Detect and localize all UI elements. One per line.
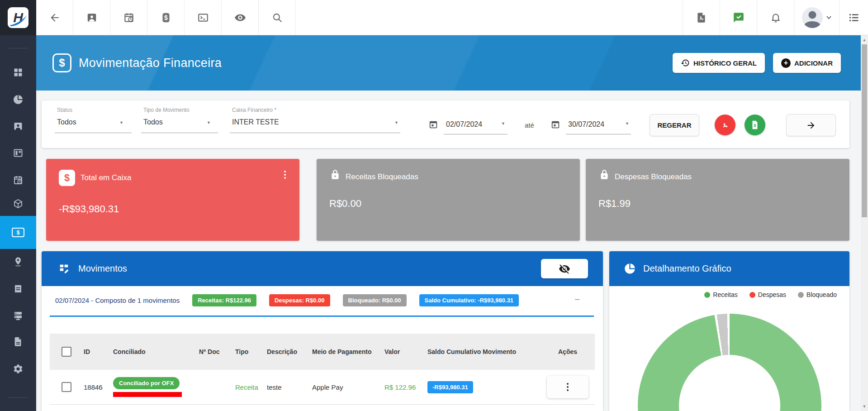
terminal-nav-button[interactable] xyxy=(185,0,222,35)
sidebar-item-kanban[interactable] xyxy=(0,144,36,162)
avatar-silhouette-icon xyxy=(802,7,823,28)
day-summary-text: 02/07/2024 - Composto de 1 movimentos xyxy=(55,296,180,304)
saldo-cumulativo-badge: Saldo Cumulativo: -R$93,980.31 xyxy=(419,294,519,306)
plus-circle-icon: + xyxy=(781,58,791,68)
conciliado-badge: Conciliado por OFX xyxy=(113,377,180,389)
grid-icon xyxy=(13,67,24,78)
sidebar: $ xyxy=(0,35,36,411)
movimentos-header: Movimentos xyxy=(42,251,603,286)
row-actions-button[interactable] xyxy=(547,376,588,398)
user-menu-button[interactable] xyxy=(794,0,839,35)
date-from-input[interactable]: 02/07/2024 xyxy=(446,120,482,129)
legend-label: Bloqueado xyxy=(806,291,837,298)
movimentos-title: Movimentos xyxy=(78,263,127,274)
col-id: ID xyxy=(84,348,113,355)
pdf-reports-button[interactable] xyxy=(683,0,720,35)
filter-bar: Status Todos ▼ Tipo de Movimento Todos ▼… xyxy=(42,100,849,148)
sidebar-item-dashboard[interactable] xyxy=(0,63,36,81)
sidebar-item-settings[interactable] xyxy=(0,360,36,378)
scrollbar-thumb[interactable] xyxy=(862,44,867,217)
col-meio-pagamento: Meio de Pagamento xyxy=(312,348,384,355)
caixa-caret-icon: ▼ xyxy=(394,120,398,125)
card-title: Receitas Bloqueadas xyxy=(346,172,418,182)
lock-icon xyxy=(329,169,341,181)
date-from-caret-icon: ▼ xyxy=(501,121,505,126)
saldo-chip: -R$93,980.31 xyxy=(427,381,473,393)
finance-nav-button[interactable]: $ xyxy=(147,0,185,35)
calendar-icon[interactable] xyxy=(428,119,438,129)
legend-despesas[interactable]: Despesas xyxy=(749,291,786,298)
logo-swoosh-icon xyxy=(9,14,28,26)
date-to-underline xyxy=(566,134,631,134)
calendar-clock-icon xyxy=(13,175,24,186)
cube-icon xyxy=(13,198,24,209)
dollar-square-icon: $ xyxy=(160,12,172,24)
card-value: R$0.00 xyxy=(329,198,361,210)
hide-details-button[interactable] xyxy=(541,259,588,278)
sidebar-divider-top xyxy=(8,48,28,48)
tipo-select[interactable]: Todos xyxy=(143,118,163,126)
card-value: R$1.99 xyxy=(598,198,631,210)
search-nav-button[interactable] xyxy=(259,0,296,35)
page-scrollbar[interactable]: ▲ ▼ xyxy=(861,35,868,411)
eye-off-icon xyxy=(559,263,570,275)
sidebar-item-reports[interactable] xyxy=(0,91,36,109)
next-arrow-button[interactable] xyxy=(786,114,836,136)
grafico-title: Detalhamento Gráfico xyxy=(643,263,731,274)
col-ndoc: Nº Doc xyxy=(199,348,235,355)
sidebar-item-clients[interactable] xyxy=(0,117,36,135)
sidebar-divider-bottom xyxy=(8,397,28,398)
col-descricao: Descrição xyxy=(267,348,312,355)
logo-badge-icon: H xyxy=(8,7,28,28)
dollar-square-icon: $ xyxy=(52,53,71,72)
sidebar-item-documents[interactable] xyxy=(0,333,36,351)
export-pdf-button[interactable] xyxy=(715,115,735,135)
movimentos-panel: Movimentos 02/07/2024 - Composto de 1 mo… xyxy=(42,251,603,411)
adicionar-button[interactable]: + ADICIONAR xyxy=(773,53,841,73)
historico-geral-button[interactable]: HISTÓRICO GERAL xyxy=(673,53,765,73)
scrollbar-down-arrow[interactable]: ▼ xyxy=(861,403,868,410)
pie-chart-icon xyxy=(13,94,24,105)
notifications-button[interactable] xyxy=(757,0,794,35)
table-header-row: ID Conciliado Nº Doc Tipo Descrição Meio… xyxy=(50,334,595,370)
caixa-underline xyxy=(230,133,400,133)
legend-receitas[interactable]: Receitas xyxy=(704,291,737,298)
date-to-input[interactable]: 30/07/2024 xyxy=(568,120,604,129)
dollar-card-icon: $ xyxy=(59,170,75,186)
arrow-right-icon xyxy=(806,120,816,130)
regerar-button[interactable]: REGERAR xyxy=(650,114,699,136)
preview-nav-button[interactable] xyxy=(222,0,259,35)
legend-bloqueado[interactable]: Bloqueado xyxy=(798,291,837,298)
sidebar-item-agenda[interactable] xyxy=(0,171,36,189)
sidebar-item-financial-active[interactable]: $ xyxy=(0,216,36,249)
contacts-nav-button[interactable] xyxy=(73,0,110,35)
bloqueado-badge: Bloqueado: R$0.00 xyxy=(343,294,407,306)
sidebar-item-receipts[interactable] xyxy=(0,280,36,298)
export-excel-button[interactable] xyxy=(745,115,765,135)
banknote-icon: $ xyxy=(12,228,24,237)
messages-button[interactable] xyxy=(720,0,757,35)
back-button[interactable] xyxy=(36,0,73,35)
app-logo[interactable]: H xyxy=(0,0,36,35)
hero-buttons: HISTÓRICO GERAL + ADICIONAR xyxy=(673,53,841,73)
status-select[interactable]: Todos xyxy=(57,118,76,126)
calendar-icon[interactable] xyxy=(550,119,560,129)
status-label: Status xyxy=(57,107,72,113)
sidebar-item-servers[interactable] xyxy=(0,306,36,325)
page-title-group: $ Movimentação Financeira xyxy=(52,35,222,91)
row-checkbox[interactable] xyxy=(62,382,71,392)
grafico-header: Detalhamento Gráfico xyxy=(609,251,849,286)
caixa-select[interactable]: INTER TESTE xyxy=(232,118,279,126)
scrollbar-up-arrow[interactable]: ▲ xyxy=(861,36,868,43)
sidebar-item-products[interactable] xyxy=(0,195,36,213)
select-all-checkbox[interactable] xyxy=(62,347,71,357)
schedule-nav-button[interactable] xyxy=(110,0,147,35)
collapse-day-toggle[interactable]: – xyxy=(575,295,579,303)
cell-meio-pagamento: Apple Pay xyxy=(312,383,384,391)
sidebar-item-locations[interactable] xyxy=(0,253,36,271)
card-kebab-menu[interactable] xyxy=(284,171,286,179)
cell-tipo: Receita xyxy=(235,383,267,391)
eye-icon xyxy=(234,12,246,24)
list-menu-button[interactable] xyxy=(839,0,868,35)
app-root: H xyxy=(0,0,868,411)
